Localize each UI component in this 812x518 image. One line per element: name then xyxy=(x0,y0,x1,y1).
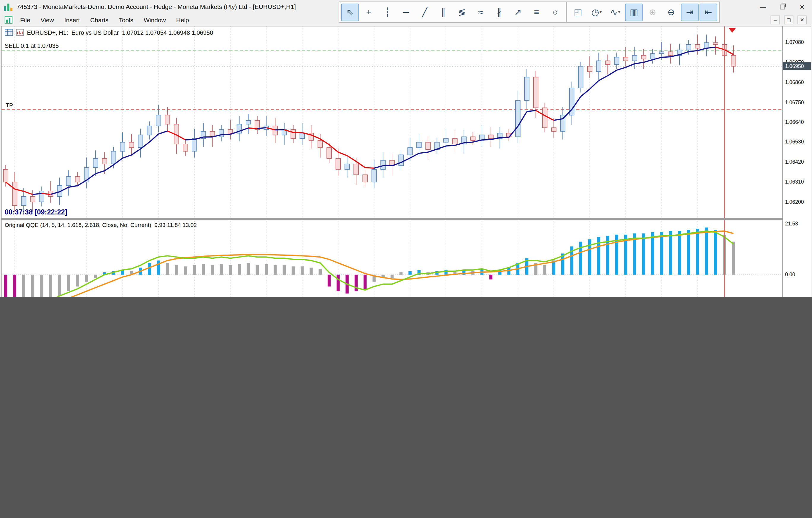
menu-view[interactable]: View xyxy=(35,14,59,26)
chart-header: EURUSD+, H1: Euro vs US Dollar 1.07012 1… xyxy=(5,29,213,36)
price-chart[interactable] xyxy=(1,26,782,218)
chart-type-tool[interactable]: ∿▾ xyxy=(606,3,624,21)
price-axis-label: 1.06750 xyxy=(785,100,804,105)
menu-tools[interactable]: Tools xyxy=(114,14,139,26)
bid-price-badge: 1.06950 xyxy=(783,62,811,70)
chart-document-icon xyxy=(5,16,12,24)
cursor-tool[interactable]: ⇖ xyxy=(341,3,359,21)
bar-chart-tool[interactable]: ▥ xyxy=(625,3,642,21)
window-title: 745373 - MonetaMarkets-Demo: Demo Accoun… xyxy=(17,0,296,14)
restore-button[interactable] xyxy=(773,0,792,14)
objects-list-tool[interactable]: ≡ xyxy=(528,3,545,21)
elliott-wave-tool[interactable]: ≈ xyxy=(472,3,489,21)
bar-chart-icon: ▥ xyxy=(630,7,638,18)
child-minimize-button[interactable]: – xyxy=(771,16,780,24)
arrow-object-tool[interactable]: ↗ xyxy=(509,3,526,21)
mt5-application: 745373 - MonetaMarkets-Demo: Demo Accoun… xyxy=(0,0,812,297)
qqe-axis-label: 21.53 xyxy=(785,221,798,226)
menu-help[interactable]: Help xyxy=(171,14,194,26)
equidistant-channel-icon: ∥ xyxy=(441,7,445,18)
quotes-grid-icon xyxy=(5,29,13,36)
zoom-in-tool[interactable]: ⊕ xyxy=(644,3,661,21)
parallel-channel-icon: ∦ xyxy=(497,7,501,18)
chart-toolbar: ◰◷▾∿▾▥⊕⊖⇥⇤ xyxy=(567,1,720,23)
candle-countdown-timer: 00:37:38 [09:22:22] xyxy=(5,208,67,216)
qqe-axis-label: 0.00 xyxy=(785,271,795,277)
zoom-in-icon: ⊕ xyxy=(649,7,656,18)
chart-symbol-info: EURUSD+, H1: Euro vs US Dollar 1.07012 1… xyxy=(27,29,213,36)
shapes-tool[interactable]: ○ xyxy=(546,3,564,21)
timeframe-tool[interactable]: ◷▾ xyxy=(588,3,605,21)
fullscreen-tool[interactable]: ◰ xyxy=(569,3,587,21)
shift-end-tool[interactable]: ⇥ xyxy=(681,3,699,21)
trendline-tool[interactable]: ╱ xyxy=(416,3,433,21)
menu-window[interactable]: Window xyxy=(139,14,171,26)
menu-insert[interactable]: Insert xyxy=(59,14,85,26)
zoom-out-icon: ⊖ xyxy=(667,7,675,18)
drawing-toolbar: ⇖+┆─╱∥≶≈∦↗≡○ xyxy=(339,1,567,23)
crosshair-icon: + xyxy=(366,7,371,18)
shapes-icon: ○ xyxy=(553,7,558,18)
elliott-wave-icon: ≈ xyxy=(478,7,483,18)
horizontal-line-icon: ─ xyxy=(403,7,409,18)
tp-line-label: TP xyxy=(6,102,13,108)
auto-scroll-tool[interactable]: ⇤ xyxy=(699,3,717,21)
fullscreen-icon: ◰ xyxy=(574,7,582,18)
vertical-line-icon: ┆ xyxy=(385,7,390,18)
shift-end-icon: ⇥ xyxy=(686,7,694,18)
price-axis-label: 1.06860 xyxy=(785,79,804,85)
trendline-icon: ╱ xyxy=(422,7,427,18)
fibonacci-retracement-tool[interactable]: ≶ xyxy=(453,3,471,21)
child-restore-button[interactable]: ▢ xyxy=(784,16,793,24)
minimize-button[interactable]: — xyxy=(753,0,773,14)
equidistant-channel-tool[interactable]: ∥ xyxy=(434,3,452,21)
chevron-down-icon: ▾ xyxy=(618,10,620,15)
crosshair-tool[interactable]: + xyxy=(360,3,378,21)
qqe-indicator-title: Original QQE (14, 5, 14, 1.618, 2.618, C… xyxy=(5,222,197,228)
price-axis-label: 1.06200 xyxy=(785,199,804,205)
open-position-label: SELL 0.1 at 1.07035 xyxy=(5,43,59,49)
child-close-button[interactable]: ✕ xyxy=(798,16,807,24)
qqe-indicator-chart[interactable] xyxy=(1,220,782,297)
price-axis-label: 1.06640 xyxy=(785,119,804,125)
chart-window: 19 Apr 202419 Apr 08:0019 Apr 12:0019 Ap… xyxy=(1,26,811,297)
chart-doc-icon xyxy=(16,29,24,36)
close-button[interactable]: ✕ xyxy=(792,0,812,14)
menu-charts[interactable]: Charts xyxy=(85,14,114,26)
parallel-channel-tool[interactable]: ∦ xyxy=(490,3,508,21)
price-axis: 1.070801.069701.068601.067501.066401.065… xyxy=(783,26,811,297)
price-axis-label: 1.07080 xyxy=(785,39,804,45)
horizontal-line-tool[interactable]: ─ xyxy=(397,3,415,21)
price-axis-label: 1.06530 xyxy=(785,139,804,145)
timeframe-icon: ◷ xyxy=(591,7,599,18)
objects-list-icon: ≡ xyxy=(534,7,539,18)
fibonacci-retracement-icon: ≶ xyxy=(458,7,466,18)
chevron-down-icon: ▾ xyxy=(600,10,602,15)
app-logo-icon xyxy=(4,3,12,11)
price-axis-label: 1.06420 xyxy=(785,159,804,165)
cursor-icon: ⇖ xyxy=(346,7,354,18)
chart-type-icon: ∿ xyxy=(610,7,618,18)
zoom-out-tool[interactable]: ⊖ xyxy=(662,3,680,21)
vertical-line-tool[interactable]: ┆ xyxy=(379,3,396,21)
menu-file[interactable]: File xyxy=(15,14,36,26)
price-axis-label: 1.06310 xyxy=(785,179,804,185)
arrow-object-icon: ↗ xyxy=(514,7,521,18)
auto-scroll-icon: ⇤ xyxy=(705,7,712,18)
